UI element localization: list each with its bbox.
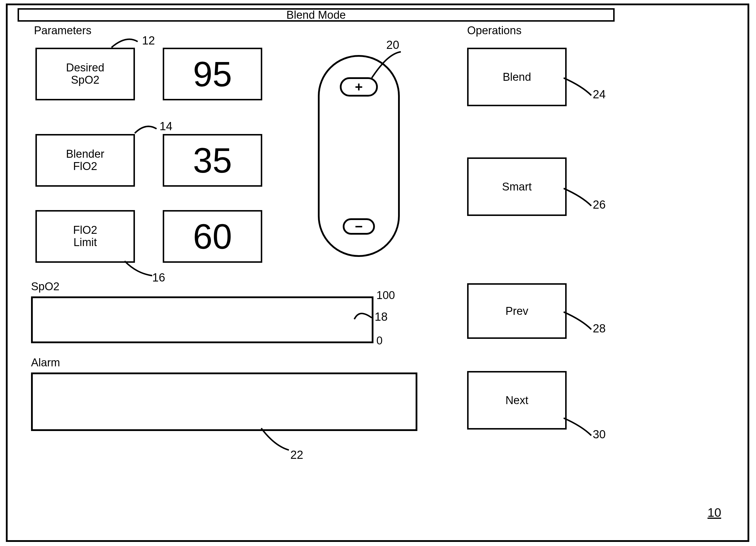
ref-14: 14: [160, 120, 172, 133]
prev-button[interactable]: Prev: [467, 283, 567, 339]
blender-fio2-value-box[interactable]: 35: [163, 134, 262, 187]
desired-spo2-label-line1: Desired: [66, 62, 104, 74]
screen-frame: Blend Mode Parameters Operations SpO2 Al…: [6, 4, 749, 542]
ref-22: 22: [290, 448, 303, 461]
next-button-label: Next: [505, 394, 528, 407]
fio2-limit-value: 60: [193, 217, 232, 256]
smart-button-label: Smart: [502, 181, 532, 193]
operations-heading: Operations: [467, 24, 522, 37]
adjust-rocker: + −: [318, 55, 400, 257]
decrement-button[interactable]: −: [343, 218, 375, 235]
fio2-limit-value-box[interactable]: 60: [163, 210, 262, 263]
blend-button[interactable]: Blend: [467, 48, 567, 106]
spo2-heading: SpO2: [31, 280, 59, 293]
blender-fio2-label-box[interactable]: Blender FlO2: [35, 134, 135, 187]
parameters-heading: Parameters: [34, 24, 91, 37]
spo2-trend-panel: [31, 296, 373, 343]
increment-button[interactable]: +: [340, 77, 378, 97]
fio2-limit-label-line2: Limit: [73, 236, 97, 249]
ref-24: 24: [593, 88, 606, 101]
desired-spo2-label-box[interactable]: Desired SpO2: [35, 48, 135, 100]
blend-button-label: Blend: [503, 71, 531, 83]
spo2-scale-min: 0: [376, 334, 383, 347]
ref-18: 18: [375, 310, 388, 323]
plus-icon: +: [355, 80, 363, 94]
figure-reference-10: 10: [707, 506, 721, 520]
alarm-heading: Alarm: [31, 356, 60, 369]
spo2-scale-max: 100: [376, 289, 395, 302]
title-bar: Blend Mode: [18, 8, 615, 22]
fio2-limit-label-box[interactable]: FlO2 Limit: [35, 210, 135, 263]
prev-button-label: Prev: [505, 305, 528, 317]
ref-20: 20: [386, 38, 399, 51]
blender-fio2-value: 35: [193, 141, 232, 180]
title-text: Blend Mode: [287, 9, 346, 21]
ref-30: 30: [593, 428, 606, 441]
blender-fio2-label-line2: FlO2: [73, 160, 97, 173]
next-button[interactable]: Next: [467, 371, 567, 430]
ref-16: 16: [152, 271, 165, 284]
fio2-limit-label-line1: FlO2: [73, 224, 97, 236]
desired-spo2-value: 95: [193, 55, 232, 93]
ref-28: 28: [593, 322, 606, 335]
desired-spo2-label-line2: SpO2: [71, 74, 99, 86]
alarm-panel: [31, 372, 417, 431]
smart-button[interactable]: Smart: [467, 157, 567, 216]
desired-spo2-value-box[interactable]: 95: [163, 48, 262, 100]
minus-icon: −: [355, 220, 363, 233]
ref-26: 26: [593, 198, 606, 211]
ref-12: 12: [142, 34, 155, 47]
blender-fio2-label-line1: Blender: [66, 148, 104, 160]
